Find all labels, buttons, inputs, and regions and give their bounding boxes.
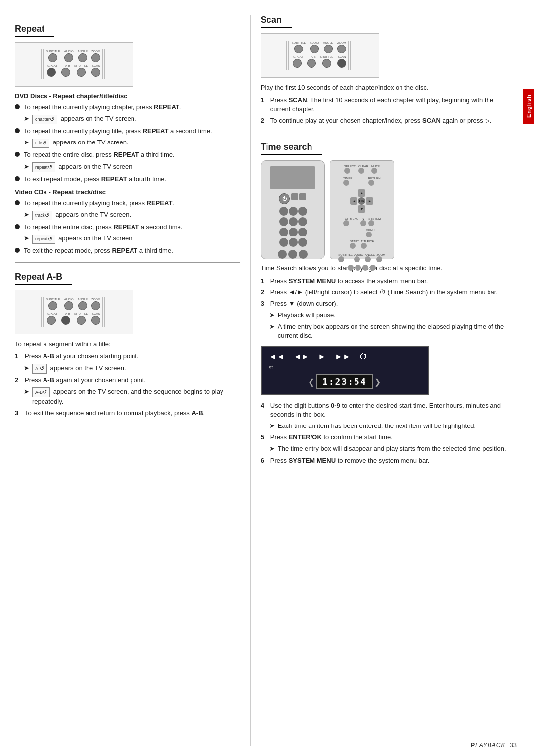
scan-section: Scan SUBTITLE [261, 15, 513, 126]
vcd-bullet-icon-1 [15, 200, 20, 205]
repeat-ab-step-1: 1 Press A-B at your chosen starting poin… [15, 352, 240, 361]
repeat-ab-remote-diagram: SUBTITLE AUDIO ANGLE [15, 290, 134, 334]
repeat-vcd-arrow-1: ➤ track ↺ appears on the TV screen. [24, 210, 240, 220]
time-step-5-arrow: ➤ The time entry box will disappear and … [269, 444, 513, 453]
bullet-icon-3 [15, 152, 20, 157]
repeat-ab-title: Repeat A-B [15, 272, 72, 285]
playback-label: Playback [470, 741, 505, 749]
repeat-dvd-bullet-1: To repeat the currently playing chapter,… [15, 103, 240, 112]
repeat-vcd-bullet-1: To repeat the currently playing track, p… [15, 199, 240, 208]
repeat-ab-step-2: 2 Press A-B again at your chosen end poi… [15, 376, 240, 385]
scan-remote-diagram: SUBTITLE AUDIO ANGLE [261, 33, 379, 78]
time-display-box: ◄◄ ◄► ► ►► ⏱ st ❮ 1:23:54 ❯ [261, 346, 429, 395]
st-label: st [269, 364, 420, 370]
repeat2-badge: repeat ↺ [32, 235, 55, 244]
bullet-icon-2 [15, 128, 20, 133]
repeat-title: Repeat [15, 24, 54, 37]
dvd-heading: DVD Discs - Repeat chapter/title/disc [15, 93, 240, 100]
bullet-icon-1 [15, 104, 20, 109]
repeat-remote-diagram: SUBTITLE AUDIO ANGLE [15, 42, 134, 87]
time-value: 1:23:54 [316, 374, 373, 389]
time-search-remotes: ⏻ [261, 160, 513, 259]
time-step-3-arrow-1: ➤ Playback will pause. [269, 311, 513, 320]
repeat-vcd-bullet-3: To exit the repeat mode, press REPEAT a … [15, 246, 240, 255]
time-icon: ⏱ [359, 352, 367, 361]
bullet-icon-4 [15, 176, 20, 181]
play-icon: ► [318, 352, 326, 361]
repeat-ab-section: Repeat A-B SUBTITLE [15, 272, 240, 418]
repeat-dvd-bullet-2: To repeat the currently playing title, p… [15, 127, 240, 136]
ffwd-icon: ►► [335, 352, 351, 361]
a-minus-badge: A- ↺ [32, 364, 47, 373]
scan-intro: Play the first 10 seconds of each chapte… [261, 84, 513, 91]
repeat-dvd-arrow-2: ➤ title ↺ appears on the TV screen. [24, 138, 240, 148]
time-remote-right: SELECT CLEAR MUTE [330, 160, 394, 259]
repeat-dvd-bullet-4: To exit repeat mode, press REPEAT a four… [15, 175, 240, 184]
language-tab: English [523, 89, 534, 124]
nav-cross: ▲ ◄ OK ► ▼ [350, 189, 373, 213]
scan-title: Scan [261, 15, 292, 28]
right-column: Scan SUBTITLE [250, 15, 513, 746]
time-icons-row: ◄◄ ◄► ► ►► ⏱ [269, 352, 420, 361]
scan-step-2: 2 To continue play at your chosen chapte… [261, 116, 513, 125]
remote-screen [270, 166, 315, 189]
time-step-4-arrow: ➤ Each time an item has been entered, th… [269, 422, 513, 430]
scan-step-1: 1 Press SCAN. The first 10 seconds of ea… [261, 96, 513, 114]
divider-2 [261, 133, 513, 133]
time-search-section: Time search ⏻ [261, 142, 513, 465]
left-column: Repeat SUBTITLE [15, 15, 250, 746]
repeat-vcd-arrow-2: ➤ repeat ↺ appears on the TV screen. [24, 234, 240, 244]
time-step-1: 1 Press SYSTEM MENU to access the system… [261, 277, 513, 285]
time-step-3-arrow-2: ➤ A time entry box appears on the screen… [269, 322, 513, 340]
time-remote-left: ⏻ [261, 160, 325, 259]
time-step-3: 3 Press ▼ (down cursor). [261, 299, 513, 308]
repeat-ab-intro: To repeat a segment within a title: [15, 340, 240, 348]
repeat-section: Repeat SUBTITLE [15, 24, 240, 255]
time-step-2: 2 Press ◄/► (left/right cursor) to selec… [261, 288, 513, 297]
vcd-bullet-icon-2 [15, 224, 20, 229]
repeat-vcd-bullet-2: To repeat the entire disc, press REPEAT … [15, 223, 240, 232]
time-step-4: 4 Use the digit buttons 0-9 to enter the… [261, 401, 513, 419]
title-badge: title ↺ [32, 139, 49, 148]
time-step-6: 6 Press SYSTEM MENU to remove the system… [261, 456, 513, 465]
page-number: 33 [510, 741, 517, 749]
prev-icon: ◄► [294, 352, 310, 361]
repeat-ab-arrow-1: ➤ A- ↺ appears on the TV screen. [24, 364, 240, 374]
vcd-heading: Video CDs - Repeat track/disc [15, 189, 240, 196]
time-search-title: Time search [261, 142, 322, 155]
repeat1-badge: repeat ↺ [32, 162, 55, 172]
chapter-badge: chapter ↺ [32, 115, 57, 124]
repeat-ab-arrow-2: ➤ A-B ↺ appears on the TV screen, and th… [24, 387, 240, 406]
time-value-display: ❮ 1:23:54 ❯ [269, 374, 420, 389]
time-search-intro: Time Search allows you to start playing … [261, 264, 513, 272]
bottom-bar: Playback 33 [0, 737, 534, 749]
track-badge: track ↺ [32, 211, 52, 220]
rewind-icon: ◄◄ [269, 352, 285, 361]
repeat-dvd-arrow-3: ➤ repeat ↺ appears on the TV screen. [24, 162, 240, 172]
divider-1 [15, 262, 240, 263]
vcd-bullet-icon-3 [15, 248, 20, 253]
a-b-badge: A-B ↺ [32, 387, 50, 397]
repeat-dvd-arrow-1: ➤ chapter ↺ appears on the TV screen. [24, 114, 240, 124]
repeat-dvd-bullet-3: To repeat the entire disc, press REPEAT … [15, 150, 240, 159]
repeat-ab-step-3: 3 To exit the sequence and return to nor… [15, 409, 240, 418]
time-step-5: 5 Press ENTER/OK to confirm the start ti… [261, 433, 513, 442]
